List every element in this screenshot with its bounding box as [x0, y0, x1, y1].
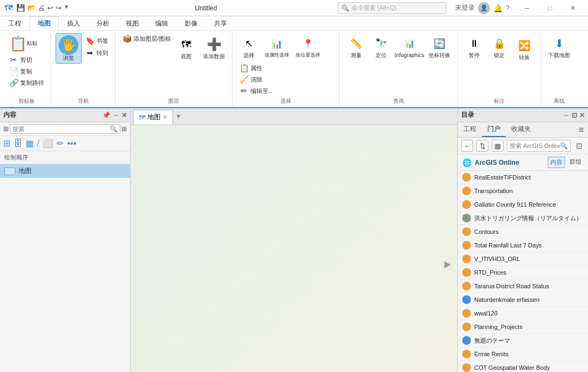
- group-tab-btn[interactable]: 群组: [567, 157, 584, 168]
- filter2-icon[interactable]: ▦: [492, 140, 504, 152]
- unpin-icon[interactable]: ↔: [113, 111, 119, 119]
- attr-button[interactable]: 📋属性: [237, 63, 274, 73]
- paste-button[interactable]: 📋 粘贴: [7, 33, 39, 54]
- catalog-item-1[interactable]: Transportation: [458, 184, 588, 198]
- infographics-button[interactable]: 📊 Infographics: [394, 33, 425, 60]
- select-by-loc-button[interactable]: 📍 按位置选择: [293, 33, 323, 60]
- catalog-close-icon[interactable]: ✕: [579, 111, 585, 119]
- cut-button[interactable]: ✂剪切: [7, 54, 46, 65]
- close-panel-icon[interactable]: ✕: [121, 111, 127, 119]
- bookmark-button[interactable]: 🔖书签: [83, 35, 111, 46]
- sort-icon[interactable]: ⇅: [476, 140, 488, 152]
- more-icon[interactable]: •••: [67, 139, 76, 148]
- notification-icon[interactable]: 🔔: [493, 4, 503, 13]
- ribbon-tab-gongxiang[interactable]: 共享: [206, 16, 235, 31]
- convert-button[interactable]: 🔀 转换: [512, 35, 536, 63]
- download-map-button[interactable]: ⬇ 下载地图: [546, 33, 573, 60]
- basemap-button[interactable]: 🗺 底图: [174, 34, 198, 61]
- select-button[interactable]: ↖ 选择: [237, 33, 261, 60]
- catalog-item-13[interactable]: Ermie Renits: [458, 348, 588, 361]
- catalog-item-9[interactable]: Naturdenkmale erfassen: [458, 293, 588, 307]
- measure-button[interactable]: 📏 测量: [344, 33, 368, 60]
- dropdown-arrow-icon[interactable]: ▼: [64, 4, 69, 12]
- ribbon-tab-bianji[interactable]: 编辑: [147, 16, 176, 31]
- catalog-unpin-icon[interactable]: ⊡: [572, 111, 577, 119]
- contents-search-input[interactable]: [13, 126, 109, 132]
- catalog-item-12[interactable]: 無題のテーマ: [458, 334, 588, 348]
- add-data-button[interactable]: ➕ 添加数据: [200, 34, 228, 61]
- catalog-item-10[interactable]: wwal120: [458, 307, 588, 320]
- catalog-item-0[interactable]: RealEstateTIFDistrict: [458, 171, 588, 184]
- copy-path-button[interactable]: 🔗复制路径: [7, 77, 46, 88]
- coord-convert-button[interactable]: 🔄 坐标转换: [426, 33, 453, 60]
- polygon-icon[interactable]: ⬜: [42, 138, 53, 148]
- filter-list-icon[interactable]: ▦: [26, 138, 34, 148]
- map-canvas[interactable]: ▶: [131, 125, 457, 372]
- goto-button[interactable]: ➡转到: [83, 47, 111, 58]
- locate-button[interactable]: 🔭 定位: [369, 33, 393, 60]
- map-tab-main[interactable]: 🗺 地图 ✕: [133, 110, 173, 125]
- catalog-tab-favorites[interactable]: 收藏夹: [506, 122, 536, 137]
- catalog-item-6[interactable]: V_ITIVHD3_ORL: [458, 252, 588, 266]
- redo-icon[interactable]: ↪: [56, 4, 62, 12]
- help-icon[interactable]: ?: [506, 4, 510, 12]
- catalog-search-icon[interactable]: 🔍: [560, 142, 568, 150]
- annotation-icon[interactable]: ✏: [57, 138, 64, 148]
- minimize-button[interactable]: ─: [516, 0, 538, 16]
- catalog-item-3[interactable]: 洪水トリガリング情報（リアルタイム）: [458, 212, 588, 225]
- lock-button[interactable]: 🔒 锁定: [487, 33, 511, 60]
- expand-icon[interactable]: ⊞: [121, 125, 127, 133]
- pin-icon[interactable]: 📌: [102, 111, 111, 119]
- clear-button[interactable]: 🧹清除: [237, 74, 274, 85]
- open-icon[interactable]: 📂: [27, 4, 36, 12]
- catalog-search-box[interactable]: 🔍: [507, 140, 571, 152]
- print-icon[interactable]: 🖨: [38, 4, 45, 12]
- ribbon-tab-charu[interactable]: 插入: [59, 16, 88, 31]
- search-placeholder[interactable]: 命令搜索 (Alt+Q): [352, 4, 396, 12]
- save-icon[interactable]: 💾: [16, 4, 25, 12]
- line-icon[interactable]: /: [37, 139, 39, 148]
- catalog-tab-portal[interactable]: 门户: [482, 122, 506, 137]
- catalog-item-4[interactable]: Contours: [458, 225, 588, 239]
- undo-icon[interactable]: ↩: [47, 4, 53, 12]
- catalog-item-11[interactable]: Planning_Projects: [458, 320, 588, 334]
- pause-button[interactable]: ⏸ 暂停: [462, 33, 486, 60]
- catalog-item-2[interactable]: Gallatin County 911 Reference: [458, 198, 588, 212]
- catalog-item-7[interactable]: RTD_Prices: [458, 266, 588, 280]
- user-area: 未登录 👤 🔔 ?: [455, 2, 510, 14]
- filter-icon[interactable]: ⊞: [3, 125, 9, 133]
- catalog-menu-icon[interactable]: ≡: [574, 123, 588, 137]
- catalog-search-input[interactable]: [510, 142, 560, 149]
- edit-to-button[interactable]: ✏编辑至..: [237, 85, 274, 96]
- catalog-tab-gongcheng[interactable]: 工程: [458, 122, 482, 137]
- browse-button[interactable]: 🖐 浏览: [56, 33, 82, 64]
- ribbon-tab-gongcheng[interactable]: 工程: [0, 16, 29, 31]
- catalog-item-14[interactable]: COT Geospatial Water Body: [458, 361, 588, 372]
- user-avatar[interactable]: 👤: [478, 2, 490, 14]
- database-icon[interactable]: 🗄: [14, 139, 22, 148]
- search-btn-icon[interactable]: 🔍: [109, 125, 118, 133]
- ribbon-tab-ditu[interactable]: 地图: [29, 16, 59, 31]
- map-dropdown-icon[interactable]: ▼: [175, 113, 182, 120]
- map-nav-arrow[interactable]: ▶: [444, 258, 451, 269]
- close-button[interactable]: ✕: [562, 0, 584, 16]
- ribbon-tab-yingxiang[interactable]: 影像: [176, 16, 206, 31]
- catalog-item-icon-13: [462, 350, 471, 358]
- map-tab-close[interactable]: ✕: [163, 114, 167, 120]
- catalog-item-8[interactable]: Tararua District Road Status: [458, 280, 588, 293]
- content-tab-btn[interactable]: 内容: [548, 157, 565, 168]
- contents-item-map[interactable]: 地图: [0, 164, 130, 178]
- maximize-button[interactable]: □: [539, 0, 561, 16]
- catalog-item-5[interactable]: Total Rainfall Last 7 Days: [458, 239, 588, 252]
- catalog-pin-icon[interactable]: ↔: [563, 111, 569, 119]
- add-layer-button[interactable]: 📦添加图层/图框: [120, 33, 173, 44]
- back-icon[interactable]: ←: [461, 140, 473, 152]
- contents-search-box[interactable]: 🔍: [10, 124, 120, 134]
- select-by-attr-button[interactable]: 📊 按属性选择: [262, 33, 292, 60]
- copy-button[interactable]: 📄复制: [7, 66, 46, 77]
- table-icon[interactable]: ⊞: [3, 138, 10, 148]
- ribbon-tab-shitu[interactable]: 视图: [118, 16, 147, 31]
- catalog-item-icon-2: [462, 200, 471, 209]
- ribbon-tab-fenxi[interactable]: 分析: [88, 16, 118, 31]
- catalog-expand-icon[interactable]: ⊡: [574, 140, 585, 151]
